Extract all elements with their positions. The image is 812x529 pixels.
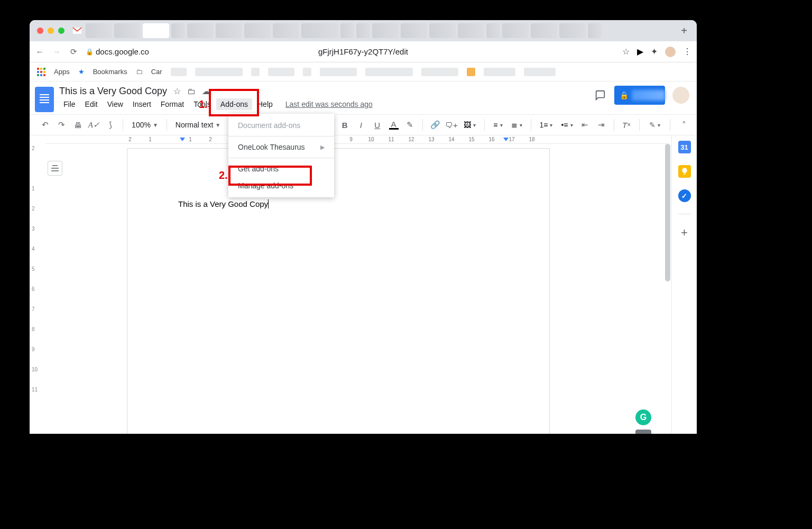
clear-formatting-button[interactable]: T✕ xyxy=(620,117,634,132)
bookmark-folder-label[interactable]: Car xyxy=(151,68,162,76)
star-icon[interactable]: ☆ xyxy=(622,47,630,57)
bookmark-item[interactable] xyxy=(303,68,311,76)
profile-avatar[interactable] xyxy=(665,47,676,57)
menu-view[interactable]: View xyxy=(103,98,127,110)
tab-placeholder[interactable] xyxy=(86,23,112,38)
tab-placeholder[interactable] xyxy=(588,23,602,38)
tab-placeholder[interactable] xyxy=(486,23,500,38)
tab-placeholder[interactable] xyxy=(273,23,299,38)
editing-mode-button[interactable]: ✎▾ xyxy=(646,121,663,129)
bulleted-list-button[interactable]: •≡▾ xyxy=(558,121,576,129)
menu-addons[interactable]: Add-ons xyxy=(216,98,252,110)
back-button[interactable]: ← xyxy=(35,47,44,56)
tab-placeholder[interactable] xyxy=(301,23,338,38)
insert-comment-button[interactable]: 🗨+ xyxy=(445,117,459,132)
tab-placeholder[interactable] xyxy=(244,23,271,38)
move-icon[interactable]: 🗀 xyxy=(187,87,196,96)
undo-button[interactable]: ↶ xyxy=(38,117,52,132)
menu-item-onelook-thesaurus[interactable]: OneLook Thesaurus▶ xyxy=(228,139,334,156)
account-avatar[interactable] xyxy=(672,87,689,104)
bookmark-item[interactable] xyxy=(268,68,294,76)
bookmark-item[interactable] xyxy=(484,68,515,76)
docs-logo-icon[interactable] xyxy=(35,87,54,112)
paragraph-style-select[interactable]: Normal text▼ xyxy=(172,121,228,129)
underline-button[interactable]: U xyxy=(370,117,384,132)
menu-help[interactable]: Help xyxy=(253,98,277,110)
tab-active-docs[interactable] xyxy=(143,23,169,38)
align-button[interactable]: ≡▾ xyxy=(490,121,505,129)
tab-placeholder[interactable] xyxy=(531,23,557,38)
share-button[interactable]: 🔒 xyxy=(614,86,665,105)
document-page[interactable]: This is a Very Good Copy xyxy=(127,148,550,434)
menu-item-manage-addons[interactable]: Manage add-ons xyxy=(228,177,334,194)
bookmark-item[interactable] xyxy=(365,68,413,76)
extensions-icon[interactable]: ✦ xyxy=(651,47,658,57)
show-outline-button[interactable] xyxy=(48,161,62,176)
bookmark-item[interactable] xyxy=(320,68,357,76)
bookmark-item[interactable] xyxy=(195,68,243,76)
explore-button[interactable]: ✦ xyxy=(635,430,651,434)
last-edit-link[interactable]: Last edit was seconds ago xyxy=(285,100,373,108)
menu-edit[interactable]: Edit xyxy=(81,98,102,110)
insert-link-button[interactable]: 🔗 xyxy=(428,117,442,132)
bookmark-item[interactable] xyxy=(251,68,260,76)
tab-placeholder[interactable] xyxy=(171,23,185,38)
tasks-sidebar-icon[interactable]: ✓ xyxy=(678,189,691,202)
star-document-icon[interactable]: ☆ xyxy=(173,86,181,96)
redo-button[interactable]: ↷ xyxy=(54,117,69,132)
minimize-window-icon[interactable] xyxy=(48,28,54,34)
italic-button[interactable]: I xyxy=(354,117,368,132)
keep-sidebar-icon[interactable] xyxy=(678,165,691,178)
maximize-window-icon[interactable] xyxy=(58,28,64,34)
bookmark-item[interactable] xyxy=(467,68,475,76)
window-controls[interactable] xyxy=(37,28,64,34)
close-window-icon[interactable] xyxy=(37,28,43,34)
text-color-button[interactable]: A xyxy=(386,117,401,132)
tab-placeholder[interactable] xyxy=(502,23,529,38)
tab-placeholder[interactable] xyxy=(429,23,456,38)
kebab-menu-icon[interactable]: ⋮ xyxy=(683,47,691,57)
calendar-sidebar-icon[interactable]: 31 xyxy=(678,141,691,153)
paint-format-button[interactable]: ⟆ xyxy=(103,117,117,132)
address-bar[interactable]: 🔒 docs.google.co gFjrjH1F67y-y2QT7Y/edit xyxy=(86,47,615,56)
bookmark-item[interactable] xyxy=(524,68,556,76)
tab-placeholder[interactable] xyxy=(356,23,370,38)
document-title[interactable]: This is a Very Good Copy xyxy=(59,86,167,97)
menu-format[interactable]: Format xyxy=(156,98,188,110)
tab-gmail[interactable] xyxy=(70,26,85,35)
print-button[interactable]: 🖶 xyxy=(71,117,85,132)
tab-placeholder[interactable] xyxy=(114,23,141,38)
comments-button[interactable] xyxy=(593,88,607,102)
apps-label[interactable]: Apps xyxy=(54,68,70,76)
forward-button[interactable]: → xyxy=(52,47,61,56)
menu-file[interactable]: File xyxy=(59,98,80,110)
tab-placeholder[interactable] xyxy=(340,23,354,38)
increase-indent-button[interactable]: ⇥ xyxy=(594,117,608,132)
new-tab-button[interactable]: + xyxy=(676,25,693,37)
cloud-status-icon[interactable]: ☁ xyxy=(202,86,210,96)
spellcheck-button[interactable]: A✓ xyxy=(87,117,101,132)
tab-placeholder[interactable] xyxy=(187,23,214,38)
vertical-scrollbar[interactable] xyxy=(664,144,671,434)
decrease-indent-button[interactable]: ⇤ xyxy=(578,117,593,132)
reload-button[interactable]: ⟳ xyxy=(69,47,78,57)
menu-item-get-addons[interactable]: Get add-ons xyxy=(228,160,334,177)
bookmarks-label[interactable]: Bookmarks xyxy=(93,68,127,76)
tab-placeholder[interactable] xyxy=(401,23,427,38)
get-addons-sidebar-icon[interactable]: + xyxy=(681,226,688,240)
bold-button[interactable]: B xyxy=(338,117,352,132)
bookmark-item[interactable] xyxy=(421,68,458,76)
highlight-button[interactable]: ✎ xyxy=(403,117,417,132)
zoom-select[interactable]: 100%▼ xyxy=(128,121,161,129)
tab-placeholder[interactable] xyxy=(458,23,484,38)
right-indent-marker[interactable] xyxy=(503,138,509,141)
numbered-list-button[interactable]: 1≡▾ xyxy=(536,121,556,129)
tab-placeholder[interactable] xyxy=(372,23,399,38)
insert-image-button[interactable]: 🖼▾ xyxy=(460,121,479,129)
line-spacing-button[interactable]: ≣▾ xyxy=(508,121,525,129)
bookmark-item[interactable] xyxy=(171,68,187,76)
apps-icon[interactable] xyxy=(37,68,45,76)
menu-insert[interactable]: Insert xyxy=(128,98,155,110)
collapse-toolbar-button[interactable]: ˄ xyxy=(677,117,691,132)
document-body-text[interactable]: This is a Very Good Copy xyxy=(178,199,268,208)
